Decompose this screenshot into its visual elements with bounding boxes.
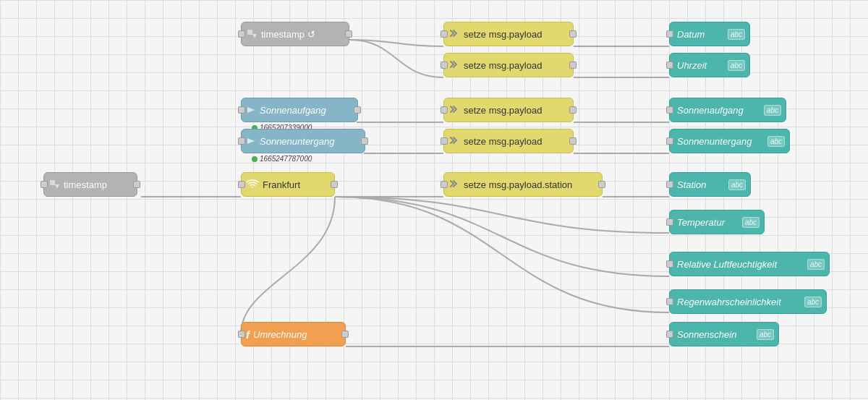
port-right-setze-sonnenuntergang — [569, 137, 576, 145]
frankfurt-label: Frankfurt — [263, 179, 327, 190]
inject-square-icon — [48, 179, 60, 190]
setze-sonnenaufgang-node[interactable]: setze msg.payload — [443, 98, 574, 122]
out-sonnenuntergang-node[interactable]: Sonnenuntergang abc — [669, 129, 790, 153]
port-left-timestamp-main — [41, 181, 48, 188]
out-station-node[interactable]: Station abc — [669, 172, 751, 197]
svg-rect-0 — [50, 180, 55, 185]
port-right-setze-uhrzeit — [569, 61, 576, 69]
port-right-setze-datum — [569, 30, 576, 38]
station-badge: abc — [728, 179, 746, 190]
port-right-setze-station — [598, 181, 605, 188]
port-left-setze-uhrzeit — [441, 61, 448, 69]
port-right-sonnenuntergang — [361, 137, 368, 145]
setze-sonnenuntergang-node[interactable]: setze msg.payload — [443, 129, 574, 153]
timestamp-main-label: timestamp — [64, 179, 129, 190]
port-left-umrechnung — [238, 331, 245, 338]
port-left-out-sonnenuntergang — [666, 137, 673, 145]
port-left-regen — [666, 298, 673, 305]
sonnenuntergang-status: 1665247787000 — [252, 155, 312, 163]
luftfeuchtigkeit-badge: abc — [807, 259, 825, 270]
inject-square-sonnenaufgang — [246, 105, 256, 115]
inject-square-icon-top — [246, 28, 258, 40]
sonnenschein-badge: abc — [757, 329, 774, 340]
port-right-frankfurt — [331, 181, 338, 188]
datum-label: Datum — [677, 29, 723, 40]
port-right-timestamp-top — [345, 30, 352, 38]
setze-datum-label: setze msg.payload — [464, 29, 566, 40]
temperatur-badge: abc — [742, 217, 760, 228]
port-left-out-sonnenaufgang — [666, 106, 673, 114]
sonnenuntergang-out-badge: abc — [767, 136, 785, 147]
timestamp-main-node[interactable]: timestamp — [43, 172, 137, 197]
port-left-uhrzeit — [666, 61, 673, 69]
sonnenaufgang-out-badge: abc — [764, 105, 781, 116]
port-left-setze-station — [441, 181, 448, 188]
out-uhrzeit-node[interactable]: Uhrzeit abc — [669, 53, 750, 77]
sonnenaufgang-inject-label: Sonnenaufgang — [260, 105, 350, 116]
datum-badge: abc — [728, 29, 745, 40]
out-temperatur-node[interactable]: Temperatur abc — [669, 210, 765, 234]
setze-uhrzeit-label: setze msg.payload — [464, 60, 566, 71]
out-luftfeuchtigkeit-node[interactable]: Relative Luftfeuchtigkeit abc — [669, 252, 830, 276]
x-icon-datum — [448, 27, 460, 41]
svg-marker-3 — [252, 34, 257, 38]
timestamp-top-label: timestamp ↺ — [261, 29, 341, 40]
uhrzeit-badge: abc — [728, 60, 745, 71]
svg-marker-1 — [55, 184, 59, 189]
setze-station-node[interactable]: setze msg.payload.station — [443, 172, 603, 197]
setze-station-label: setze msg.payload.station — [464, 179, 595, 190]
port-left-sonnenschein — [666, 331, 673, 338]
x-icon-sonnenuntergang-fn — [448, 135, 460, 148]
station-label: Station — [677, 179, 724, 190]
port-left-luftfeuchtigkeit — [666, 260, 673, 268]
regen-badge: abc — [804, 297, 822, 307]
port-left-station — [666, 181, 673, 188]
x-icon-station-fn — [448, 178, 460, 192]
out-sonnenuntergang-label: Sonnenuntergang — [677, 136, 763, 147]
out-sonnenschein-node[interactable]: Sonnenschein abc — [669, 322, 779, 346]
function-icon-umrechnung: f — [246, 328, 250, 341]
uhrzeit-label: Uhrzeit — [677, 60, 723, 71]
timestamp-top-node[interactable]: timestamp ↺ — [241, 22, 349, 46]
umrechnung-node[interactable]: f Umrechnung — [241, 322, 346, 346]
svg-marker-5 — [247, 138, 255, 144]
temperatur-label: Temperatur — [677, 217, 738, 228]
umrechnung-label: Umrechnung — [253, 329, 338, 340]
out-regen-node[interactable]: Regenwahrscheinlichkeit abc — [669, 289, 827, 314]
setze-sonnenuntergang-label: setze msg.payload — [464, 136, 566, 147]
out-sonnenaufgang-node[interactable]: Sonnenaufgang abc — [669, 98, 786, 122]
svg-marker-4 — [247, 107, 255, 113]
port-left-setze-sonnenaufgang — [441, 106, 448, 114]
sonnenuntergang-inject-label: Sonnenuntergang — [260, 136, 357, 147]
svg-rect-2 — [247, 30, 252, 35]
setze-datum-node[interactable]: setze msg.payload — [443, 22, 574, 46]
luftfeuchtigkeit-label: Relative Luftfeuchtigkeit — [677, 259, 803, 270]
frankfurt-mqtt-node[interactable]: Frankfurt — [241, 172, 335, 197]
x-icon-uhrzeit — [448, 59, 460, 72]
port-left-frankfurt — [238, 181, 245, 188]
out-sonnenaufgang-label: Sonnenaufgang — [677, 105, 760, 116]
port-left-sonnenuntergang — [238, 137, 245, 145]
port-right-sonnenaufgang — [354, 106, 361, 114]
out-datum-node[interactable]: Datum abc — [669, 22, 750, 46]
port-right-timestamp-main — [133, 181, 140, 188]
setze-uhrzeit-node[interactable]: setze msg.payload — [443, 53, 574, 77]
port-left-sonnenaufgang — [238, 106, 245, 114]
sonnenaufgang-inject-node[interactable]: Sonnenaufgang 1665207339000 — [241, 98, 358, 122]
port-left-setze-sonnenuntergang — [441, 137, 448, 145]
port-right-setze-sonnenaufgang — [569, 106, 576, 114]
inject-square-sonnenuntergang — [246, 136, 256, 146]
x-icon-sonnenaufgang-fn — [448, 103, 460, 117]
regen-label: Regenwahrscheinlichkeit — [677, 297, 800, 307]
port-left-datum — [666, 30, 673, 38]
port-left-setze-datum — [441, 30, 448, 38]
sonnenschein-label: Sonnenschein — [677, 329, 752, 340]
port-left-temperatur — [666, 218, 673, 226]
setze-sonnenaufgang-label: setze msg.payload — [464, 105, 566, 116]
sonnenuntergang-inject-node[interactable]: Sonnenuntergang 1665247787000 — [241, 129, 365, 153]
port-left-timestamp-top — [238, 30, 245, 38]
port-right-umrechnung — [341, 331, 349, 338]
wifi-icon-frankfurt — [246, 178, 259, 192]
